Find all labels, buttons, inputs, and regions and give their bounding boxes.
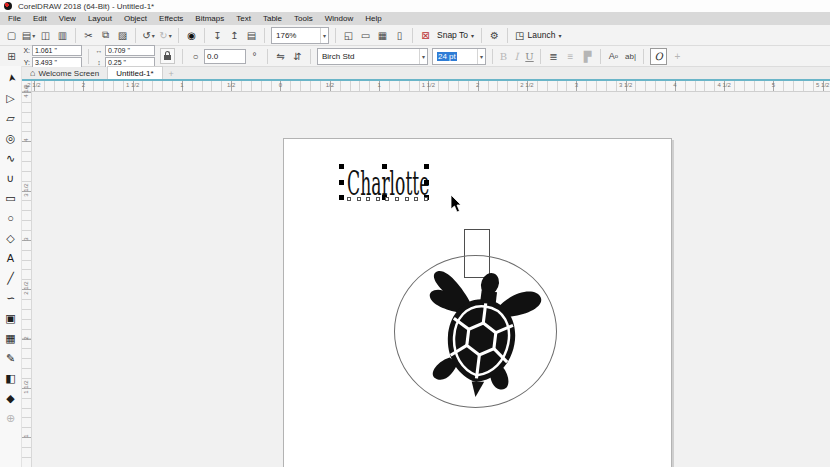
- horizontal-ruler[interactable]: 2 1/221 1/211/201/211 1/222 1/233 1/244 …: [32, 81, 830, 92]
- open-icon[interactable]: ▤▾: [21, 27, 36, 43]
- bold-button[interactable]: B: [497, 51, 510, 62]
- character-node[interactable]: [424, 197, 428, 201]
- new-tab-button[interactable]: +: [163, 69, 180, 79]
- drop-cap-icon[interactable]: ▛: [580, 48, 595, 64]
- new-document-icon[interactable]: ▢: [4, 27, 19, 43]
- underline-button[interactable]: U: [523, 51, 536, 62]
- x-position-field[interactable]: 1.061 ": [32, 45, 82, 56]
- text-tool[interactable]: A: [2, 248, 20, 268]
- chevron-down-icon[interactable]: ▾: [152, 32, 155, 39]
- more-tools-button[interactable]: ⊕: [2, 408, 20, 428]
- options-icon[interactable]: ⚙: [487, 27, 502, 43]
- menu-table[interactable]: Table: [257, 12, 288, 25]
- smart-fill-tool[interactable]: ◆: [2, 388, 20, 408]
- undo-icon[interactable]: ↺▾: [141, 27, 156, 43]
- menu-view[interactable]: View: [53, 12, 82, 25]
- interactive-fill-tool[interactable]: ◧: [2, 368, 20, 388]
- freehand-tool[interactable]: ∿: [2, 148, 20, 168]
- bulleted-list-icon[interactable]: ≡: [563, 48, 578, 64]
- show-guidelines-icon[interactable]: ▯: [392, 27, 407, 43]
- edit-text-icon[interactable]: ab|: [623, 48, 638, 64]
- angle-field[interactable]: 0.0: [204, 49, 246, 64]
- selection-handle[interactable]: [339, 195, 344, 200]
- disable-snaps-icon[interactable]: ⊠: [418, 27, 433, 43]
- mirror-vertical-icon[interactable]: ⇵: [290, 48, 305, 64]
- character-node[interactable]: [385, 197, 389, 201]
- drop-shadow-tool[interactable]: ▣: [2, 308, 20, 328]
- export-icon[interactable]: ↥: [227, 27, 242, 43]
- interactive-opentype-button[interactable]: O: [650, 48, 667, 65]
- paste-icon[interactable]: ▨: [115, 27, 130, 43]
- character-node[interactable]: [347, 197, 351, 201]
- text-alignment-icon[interactable]: ≣: [546, 48, 561, 64]
- tab-untitled-1-[interactable]: Untitled-1*: [107, 66, 162, 79]
- zoom-level-combo[interactable]: 176%▾: [271, 27, 329, 44]
- ellipse-tool[interactable]: ○: [2, 208, 20, 228]
- rectangle-tool[interactable]: ▭: [2, 188, 20, 208]
- publish-pdf-icon[interactable]: ▤: [244, 27, 259, 43]
- transparency-tool[interactable]: ▦: [2, 328, 20, 348]
- menu-bitmaps[interactable]: Bitmaps: [189, 12, 230, 25]
- lock-ratio-button[interactable]: [160, 48, 175, 64]
- copy-icon[interactable]: ⧉: [98, 27, 113, 43]
- polygon-tool[interactable]: ◇: [2, 228, 20, 248]
- character-node[interactable]: [366, 197, 370, 201]
- fullscreen-preview-icon[interactable]: ◱: [341, 27, 356, 43]
- selection-handle[interactable]: [382, 164, 387, 169]
- save-icon[interactable]: ◫: [38, 27, 53, 43]
- parallel-dimension-tool[interactable]: ╱: [2, 268, 20, 288]
- shape-tool[interactable]: ▷: [2, 88, 20, 108]
- menu-effects[interactable]: Effects: [153, 12, 189, 25]
- artistic-media-tool[interactable]: ∪: [2, 168, 20, 188]
- selection-handle[interactable]: [339, 164, 344, 169]
- redo-icon[interactable]: ↻▾: [158, 27, 173, 43]
- menu-window[interactable]: Window: [319, 12, 359, 25]
- font-size-combo[interactable]: 24 pt ▾: [432, 48, 486, 65]
- text-object-charlotte[interactable]: Charlotte: [347, 168, 429, 200]
- selection-handle[interactable]: [424, 164, 429, 169]
- character-formatting-icon[interactable]: Ao: [606, 48, 621, 64]
- zoom-tool[interactable]: ◎: [2, 128, 20, 148]
- menu-edit[interactable]: Edit: [27, 12, 53, 25]
- mirror-horizontal-icon[interactable]: ⇋: [273, 48, 288, 64]
- tab-welcome-screen[interactable]: ⌂Welcome Screen: [22, 67, 107, 79]
- menu-tools[interactable]: Tools: [288, 12, 319, 25]
- menu-file[interactable]: File: [2, 12, 27, 25]
- selection-handle[interactable]: [339, 180, 344, 185]
- menu-text[interactable]: Text: [230, 12, 257, 25]
- show-grid-icon[interactable]: ▦: [375, 27, 390, 43]
- search-content-icon[interactable]: ◉: [184, 27, 199, 43]
- font-list-combo[interactable]: Birch Std ▾: [317, 48, 428, 65]
- y-position-field[interactable]: 3.493 ": [32, 57, 82, 68]
- menu-help[interactable]: Help: [359, 12, 387, 25]
- character-node[interactable]: [357, 197, 361, 201]
- italic-button[interactable]: I: [510, 51, 523, 62]
- import-icon[interactable]: ↧: [210, 27, 225, 43]
- snap-to-dropdown[interactable]: Snap To▾: [437, 30, 474, 40]
- show-rulers-icon[interactable]: ▭: [358, 27, 373, 43]
- connector-tool[interactable]: ∽: [2, 288, 20, 308]
- turtle-graphic[interactable]: [419, 266, 543, 402]
- chevron-down-icon[interactable]: ▾: [169, 32, 172, 39]
- customize-plus-icon[interactable]: +: [670, 48, 685, 64]
- object-width-field[interactable]: 0.709 ": [105, 45, 155, 56]
- cut-icon[interactable]: ✂: [81, 27, 96, 43]
- color-eyedropper-tool[interactable]: ✎: [2, 348, 20, 368]
- character-node[interactable]: [395, 197, 399, 201]
- vertical-ruler[interactable]: 4 1/243 1/232 1/221 1/21: [22, 92, 32, 467]
- selection-handle[interactable]: [424, 180, 429, 185]
- chevron-down-icon[interactable]: ▾: [32, 32, 35, 39]
- chevron-down-icon[interactable]: ▾: [320, 28, 326, 43]
- character-node[interactable]: [414, 197, 418, 201]
- character-node[interactable]: [376, 197, 380, 201]
- print-icon[interactable]: ▥: [55, 27, 70, 43]
- chevron-down-icon[interactable]: ▾: [477, 49, 483, 64]
- menu-object[interactable]: Object: [118, 12, 153, 25]
- launch-dropdown[interactable]: ◳Launch▾: [515, 30, 561, 41]
- toolbar-separator: [600, 49, 601, 64]
- chevron-down-icon[interactable]: ▾: [419, 49, 425, 64]
- menu-layout[interactable]: Layout: [82, 12, 118, 25]
- crop-tool[interactable]: ▱: [2, 108, 20, 128]
- character-node[interactable]: [405, 197, 409, 201]
- pick-tool[interactable]: ➤: [0, 67, 22, 88]
